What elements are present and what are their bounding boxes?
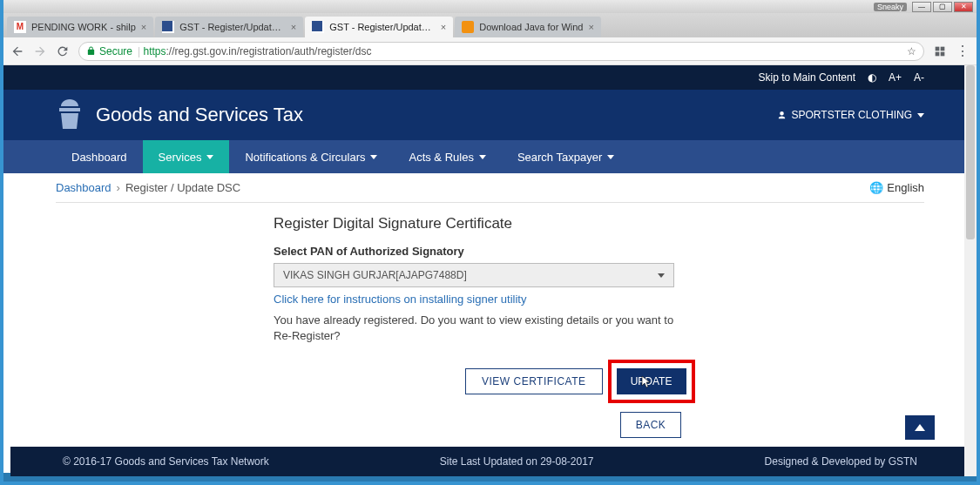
breadcrumb-separator: ›	[117, 181, 120, 194]
site-header: Goods and Services Tax SPORTSTER CLOTHIN…	[3, 90, 977, 140]
dsc-form: Register Digital Signature Certificate S…	[56, 203, 744, 473]
svg-rect-0	[162, 21, 172, 31]
back-button[interactable]: BACK	[620, 412, 681, 438]
vertical-scrollbar[interactable]	[964, 65, 977, 476]
browser-tab-strip: M PENDING WORK - shilp × GST - Register/…	[3, 13, 977, 37]
cursor-icon	[641, 375, 652, 389]
nav-services[interactable]: Services	[143, 140, 230, 173]
form-title: Register Digital Signature Certificate	[274, 215, 744, 232]
chevron-down-icon	[607, 155, 614, 159]
main-nav: Dashboard Services Notifications & Circu…	[3, 140, 977, 173]
secure-badge: Secure	[86, 45, 132, 57]
instructions-link[interactable]: Click here for instructions on installin…	[274, 293, 744, 306]
nav-label: Dashboard	[71, 151, 127, 164]
lock-icon	[86, 46, 96, 56]
update-button[interactable]: UPDATE	[617, 368, 686, 394]
nav-search-taxpayer[interactable]: Search Taxpayer	[502, 140, 630, 173]
close-icon[interactable]: ×	[141, 22, 146, 32]
chevron-down-icon	[479, 155, 486, 159]
close-icon[interactable]: ×	[291, 22, 296, 32]
java-icon	[462, 21, 474, 33]
forward-icon[interactable]	[33, 44, 47, 58]
svg-rect-5	[941, 51, 945, 56]
status-message: You have already registered. Do you want…	[274, 313, 674, 344]
user-icon	[777, 111, 787, 120]
window-tag: Sneaky	[874, 3, 907, 11]
chevron-up-icon	[915, 424, 925, 431]
close-icon[interactable]: ×	[588, 22, 593, 32]
nav-label: Notifications & Circulars	[245, 151, 365, 164]
user-name: SPORTSTER CLOTHING	[792, 109, 912, 121]
bookmark-star-icon[interactable]: ☆	[907, 45, 916, 57]
pan-select-label: Select PAN of Authorized Signatory	[274, 245, 744, 258]
site-title: Goods and Services Tax	[96, 104, 303, 126]
breadcrumb-current: Register / Update DSC	[125, 181, 240, 194]
page: Skip to Main Content ◐ A+ A- Goods and S…	[3, 65, 977, 473]
nav-acts[interactable]: Acts & Rules	[393, 140, 501, 173]
font-increase[interactable]: A+	[889, 71, 902, 84]
url-path: ://reg.gst.gov.in/registration/auth/regi…	[166, 45, 372, 57]
emblem-icon	[56, 98, 84, 132]
nav-label: Acts & Rules	[409, 151, 473, 164]
tab-label: GST - Register/Update D	[329, 22, 436, 32]
reload-icon[interactable]	[56, 44, 70, 58]
chevron-down-icon	[206, 155, 213, 159]
window-close-button[interactable]: ✕	[954, 2, 973, 12]
close-icon[interactable]: ×	[441, 22, 446, 32]
scrollbar-thumb[interactable]	[966, 65, 975, 239]
scroll-to-top-button[interactable]	[905, 415, 935, 440]
nav-dashboard[interactable]: Dashboard	[56, 140, 143, 173]
language-label: English	[887, 181, 924, 194]
tab-label: PENDING WORK - shilp	[31, 22, 136, 32]
extension-icon[interactable]	[933, 44, 947, 58]
back-icon[interactable]	[10, 44, 24, 58]
chevron-down-icon	[658, 273, 665, 278]
tab-gst-2[interactable]: GST - Register/Update D ×	[305, 17, 453, 37]
tab-java[interactable]: Download Java for Wind ×	[455, 17, 601, 37]
breadcrumb: Dashboard › Register / Update DSC 🌐 Engl…	[56, 173, 924, 203]
svg-rect-1	[312, 21, 322, 31]
window-titlebar: Sneaky — ▢ ✕	[3, 0, 977, 13]
gmail-icon: M	[14, 21, 26, 33]
update-highlight: UPDATE	[608, 360, 695, 403]
footer-updated: Site Last Updated on 29-08-2017	[440, 455, 594, 468]
svg-rect-3	[941, 46, 945, 51]
site-footer: © 2016-17 Goods and Services Tax Network…	[10, 447, 970, 476]
window-maximize-button[interactable]: ▢	[933, 2, 952, 12]
tab-label: Download Java for Wind	[479, 22, 583, 32]
footer-credit: Designed & Developed by GSTN	[765, 455, 917, 468]
update-button-label: UPDATE	[631, 375, 672, 387]
chevron-down-icon	[917, 113, 924, 118]
user-menu[interactable]: SPORTSTER CLOTHING	[777, 109, 924, 121]
svg-rect-2	[936, 46, 940, 51]
nav-label: Services	[159, 151, 202, 164]
browser-toolbar: Secure | https://reg.gst.gov.in/registra…	[3, 37, 977, 65]
nav-label: Search Taxpayer	[517, 151, 602, 164]
pan-select[interactable]: VIKAS SINGH GURJAR[AJAPG7488D]	[274, 263, 674, 287]
address-bar[interactable]: Secure | https://reg.gst.gov.in/registra…	[78, 42, 924, 61]
tab-label: GST - Register/Update D	[179, 22, 286, 32]
window-minimize-button[interactable]: —	[912, 2, 931, 12]
svg-rect-4	[936, 51, 940, 56]
font-decrease[interactable]: A-	[914, 71, 924, 84]
chevron-down-icon	[370, 155, 377, 159]
skip-link[interactable]: Skip to Main Content	[759, 71, 855, 84]
contrast-icon[interactable]: ◐	[868, 71, 876, 84]
gst-icon	[162, 21, 174, 33]
globe-icon: 🌐	[869, 181, 883, 194]
footer-copyright: © 2016-17 Goods and Services Tax Network	[63, 455, 269, 468]
accessibility-bar: Skip to Main Content ◐ A+ A-	[3, 65, 977, 90]
gst-icon	[312, 21, 324, 33]
url-scheme: https	[144, 45, 166, 57]
pan-selected-value: VIKAS SINGH GURJAR[AJAPG7488D]	[283, 269, 467, 281]
tab-pending-work[interactable]: M PENDING WORK - shilp ×	[7, 17, 153, 37]
tab-gst-1[interactable]: GST - Register/Update D ×	[155, 17, 303, 37]
breadcrumb-dashboard[interactable]: Dashboard	[56, 181, 112, 194]
language-selector[interactable]: 🌐 English	[869, 181, 924, 194]
view-certificate-button[interactable]: VIEW CERTIFICATE	[465, 368, 603, 394]
secure-label: Secure	[99, 45, 132, 57]
nav-notifications[interactable]: Notifications & Circulars	[229, 140, 393, 173]
